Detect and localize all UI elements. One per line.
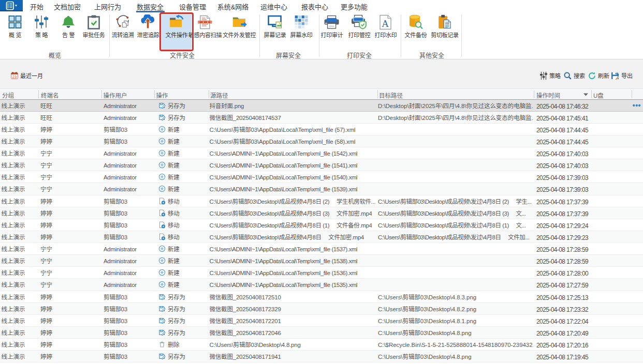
svg-text:23: 23 <box>12 74 17 79</box>
svg-text:A: A <box>382 18 389 28</box>
